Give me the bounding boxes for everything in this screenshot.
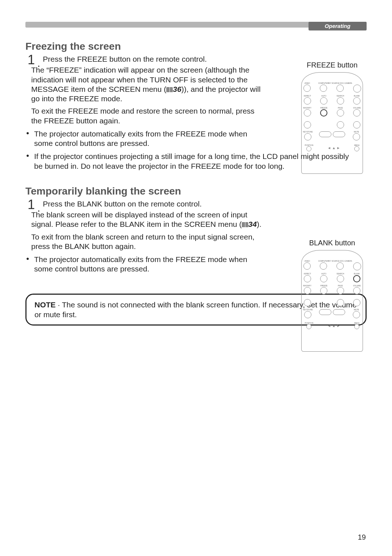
remote-btn [303,262,311,270]
remote-pill-btn [333,131,345,137]
btn-label-video: VIDEO [305,260,310,262]
remote-pill-btn [319,309,331,315]
btn-label-page: PAGE [338,285,343,287]
step-blank: 1 . Press the BLANK button on the remote… [25,199,265,209]
remote-btn [353,262,361,270]
remote-btn [353,311,360,318]
heading-blank: Temporarily blanking the screen [25,185,367,197]
freeze-step-line1: Press the FREEZE button on the remote co… [43,54,265,64]
step-dot: . [38,205,40,213]
btn-label-keystone: KEYSTONE [303,131,313,133]
remote-btn [306,324,311,329]
remote-btn [304,275,311,282]
remote-btn [320,262,327,270]
page-number: 19 [358,533,366,541]
btn-label-magnify: MAGNIFY [303,285,311,287]
btn-label-freeze: FREEZE [320,285,327,287]
heading-freeze: Freezing the screen [25,41,367,52]
remote-btn [304,121,311,128]
remote-btn [337,121,344,128]
remote-btn [337,97,344,105]
btn-label-mysource: MY SOURCE DOC.CAMERA [328,82,352,84]
page-ref: 34 [248,220,257,228]
remote-btn [320,85,327,92]
blank-step-line3: To exit from the blank screen and return… [31,232,265,252]
header-section-label: Operating [309,22,367,30]
remote-illustration: VIDEO COMPUTER MY SOURCE DOC.CAMERA ASPE… [301,250,363,352]
page-content: FREEZE button VIDEO COMPUTER MY SOURCE D… [25,41,367,326]
remote-btn [337,287,344,294]
remote-btn [354,146,359,151]
btn-label-aspect: ASPECT [304,95,311,97]
btn-label-mute: MUTE [354,131,359,133]
book-icon [242,222,248,227]
remote-btn [336,85,344,92]
remote-label-freeze: FREEZE button [298,61,367,69]
book-icon [166,87,173,92]
btn-label-computer: COMPUTER [318,260,329,262]
remote-btn [353,133,360,140]
blank-bullet-1: The projector automatically exits from t… [25,255,265,274]
btn-label-magnify: MAGNIFY [303,107,311,109]
btn-label-volume: VOLUME [353,285,361,287]
remote-btn [304,109,311,116]
remote-btn [337,109,344,116]
remote-pill-btn [319,131,331,137]
step-number: 1 [28,52,35,68]
remote-btn [304,287,311,294]
remote-btn [320,275,327,282]
btn-label-video: VIDEO [305,82,310,84]
remote-btn [353,85,361,93]
btn-label-search: SEARCH [336,273,344,275]
remote-btn [337,299,344,306]
btn-label-freeze: FREEZE [320,107,327,109]
btn-label-computer: COMPUTER [318,82,329,84]
remote-btn [353,97,360,105]
remote-btn [320,287,327,294]
btn-label-aspect: ASPECT [304,273,311,275]
remote-btn [304,311,311,318]
remote-btn [303,85,311,92]
remote-pill-btn [333,309,345,315]
btn-label-keystone: KEYSTONE [303,308,313,311]
step-number: 1 [28,197,35,212]
bullet-text: The projector automatically exits from t… [34,129,265,148]
remote-btn-freeze-highlight [320,109,327,116]
blank-step-line1: Press the BLANK button on the remote con… [43,199,265,209]
remote-btn [353,121,360,128]
remote-btn [304,299,311,306]
btn-label-volume: VOLUME [353,107,361,109]
remote-btn [320,97,327,105]
bullet-text: If the projector continues projecting a … [34,152,359,171]
btn-label-mysource: MY SOURCE DOC.CAMERA [328,260,352,262]
remote-btn-blank-highlight [353,275,360,282]
bullet-text: The projector automatically exits from t… [34,255,265,274]
blank-step-line2: The blank screen will be displayed inste… [31,210,265,229]
remote-btn [336,262,344,270]
btn-label-blank: BLANK [354,95,360,97]
freeze-bullet-1: The projector automatically exits from t… [25,129,265,148]
btn-label-auto: AUTO [321,95,326,97]
remote-btn [306,146,311,151]
btn-label-page: PAGE [338,107,343,109]
remote-btn [337,275,344,282]
remote-btn [353,299,360,306]
btn-label-search: SEARCH [336,95,344,97]
btn-label-mute: MUTE [354,308,359,311]
btn-label-blank: BLANK [354,273,360,275]
page-ref: 36 [173,85,181,93]
remote-btn [354,324,359,329]
remote-btn [353,109,360,116]
freeze-step-line3: To exit the FREEZE mode and restore the … [31,106,265,126]
step-dot: . [38,60,40,69]
remote-btn [304,97,311,105]
btn-label-auto: AUTO [321,273,326,275]
remote-btn [353,287,360,294]
remote-figure-blank: BLANK button VIDEO COMPUTER MY SOURCE DO… [298,239,367,352]
header-bar: Operating [25,22,367,30]
freeze-bullet-2: If the projector continues projecting a … [25,152,359,171]
step-freeze: 1 . Press the FREEZE button on the remot… [25,54,265,64]
remote-btn [304,133,311,140]
freeze-step-line2: The “FREEZE” indication will appear on t… [31,65,265,103]
remote-label-blank: BLANK button [298,239,367,247]
